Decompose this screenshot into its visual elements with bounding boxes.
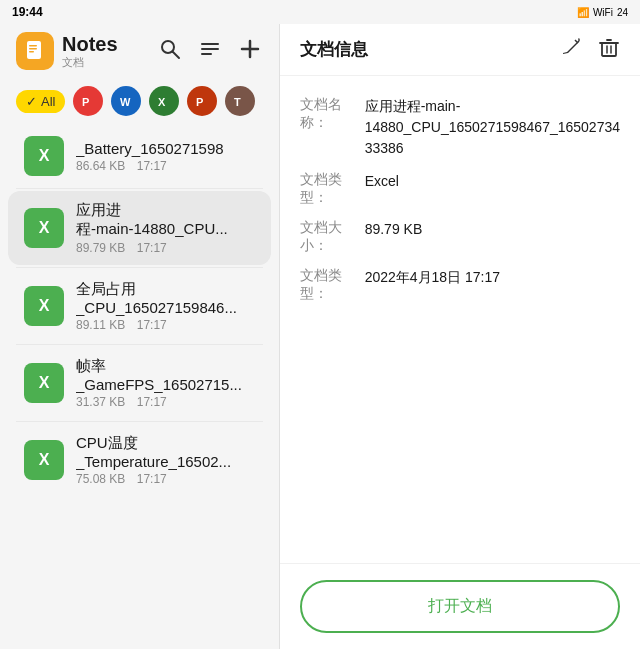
status-bar: 19:44 📶 WiFi 24 bbox=[0, 0, 640, 24]
open-btn-container: 打开文档 bbox=[280, 563, 640, 649]
file-icon-globalcpu: X bbox=[24, 286, 64, 326]
file-item-temp[interactable]: X CPU温度 _Temperature_16502... 75.08 KB 1… bbox=[8, 424, 271, 496]
filter-word[interactable]: W bbox=[111, 86, 141, 116]
app-icon bbox=[16, 32, 54, 70]
file-meta-globalcpu: 89.11 KB 17:17 bbox=[76, 318, 255, 332]
svg-rect-2 bbox=[29, 48, 37, 50]
battery-level: 24 bbox=[617, 7, 628, 18]
main-content: Notes 文档 bbox=[0, 24, 640, 649]
info-value-date: 2022年4月18日 17:17 bbox=[365, 267, 500, 303]
svg-text:T: T bbox=[234, 96, 241, 108]
divider-4 bbox=[16, 421, 263, 422]
file-name-fps-2: _GameFPS_16502715... bbox=[76, 376, 255, 393]
filter-pdf[interactable]: P bbox=[73, 86, 103, 116]
add-button[interactable] bbox=[237, 36, 263, 67]
file-item-globalcpu[interactable]: X 全局占用 _CPU_165027159846... 89.11 KB 17:… bbox=[8, 270, 271, 342]
file-size-temp: 75.08 KB bbox=[76, 472, 125, 486]
file-name-temp-2: _Temperature_16502... bbox=[76, 453, 255, 470]
filter-txt[interactable]: T bbox=[225, 86, 255, 116]
search-button[interactable] bbox=[157, 36, 183, 67]
file-info-cpu: 应用进 程-main-14880_CPU... 89.79 KB 17:17 bbox=[76, 201, 255, 255]
app-subtitle: 文档 bbox=[62, 55, 118, 70]
svg-text:P: P bbox=[196, 96, 203, 108]
file-meta-cpu: 89.79 KB 17:17 bbox=[76, 241, 255, 255]
svg-text:W: W bbox=[120, 96, 131, 108]
right-panel: 文档信息 bbox=[280, 24, 640, 649]
delete-button[interactable] bbox=[598, 36, 620, 63]
file-size-battery: 86.64 KB bbox=[76, 159, 125, 173]
file-name-battery: _Battery_1650271598 bbox=[76, 140, 255, 157]
header-actions bbox=[157, 36, 263, 67]
info-row-size: 文档大小： 89.79 KB bbox=[300, 219, 620, 255]
filter-row: ✓ All P W X P bbox=[0, 78, 279, 124]
file-info-temp: CPU温度 _Temperature_16502... 75.08 KB 17:… bbox=[76, 434, 255, 486]
doc-info-title: 文档信息 bbox=[300, 38, 368, 61]
divider-3 bbox=[16, 344, 263, 345]
filter-ppt[interactable]: P bbox=[187, 86, 217, 116]
file-icon-temp: X bbox=[24, 440, 64, 480]
svg-rect-16 bbox=[602, 43, 616, 56]
info-row-date: 文档类型： 2022年4月18日 17:17 bbox=[300, 267, 620, 303]
file-item-fps[interactable]: X 帧率 _GameFPS_16502715... 31.37 KB 17:17 bbox=[8, 347, 271, 419]
file-name-cpu-2: 程-main-14880_CPU... bbox=[76, 220, 255, 239]
svg-rect-3 bbox=[29, 51, 34, 53]
file-list: X _Battery_1650271598 86.64 KB 17:17 X 应… bbox=[0, 124, 279, 649]
app-title: Notes bbox=[62, 33, 118, 55]
file-meta-battery: 86.64 KB 17:17 bbox=[76, 159, 255, 173]
svg-rect-0 bbox=[27, 41, 41, 59]
info-row-name: 文档名称： 应用进程-main-14880_CPU_1650271598467_… bbox=[300, 96, 620, 159]
file-meta-temp: 75.08 KB 17:17 bbox=[76, 472, 255, 486]
info-value-name: 应用进程-main-14880_CPU_1650271598467_165027… bbox=[365, 96, 620, 159]
file-item-cpu[interactable]: X 应用进 程-main-14880_CPU... 89.79 KB 17:17 bbox=[8, 191, 271, 265]
file-name-temp: CPU温度 bbox=[76, 434, 255, 453]
divider-2 bbox=[16, 267, 263, 268]
check-icon: ✓ bbox=[26, 94, 37, 109]
info-label-type: 文档类型： bbox=[300, 171, 365, 207]
file-time-temp: 17:17 bbox=[137, 472, 167, 486]
svg-text:P: P bbox=[82, 96, 89, 108]
file-info-fps: 帧率 _GameFPS_16502715... 31.37 KB 17:17 bbox=[76, 357, 255, 409]
svg-line-5 bbox=[172, 51, 179, 58]
file-name-fps: 帧率 bbox=[76, 357, 255, 376]
info-label-date: 文档类型： bbox=[300, 267, 365, 303]
file-info-battery: _Battery_1650271598 86.64 KB 17:17 bbox=[76, 140, 255, 173]
doc-info-content: 文档名称： 应用进程-main-14880_CPU_1650271598467_… bbox=[280, 76, 640, 563]
file-time-globalcpu: 17:17 bbox=[137, 318, 167, 332]
status-time: 19:44 bbox=[12, 5, 43, 19]
info-row-type: 文档类型： Excel bbox=[300, 171, 620, 207]
filter-all[interactable]: ✓ All bbox=[16, 90, 65, 113]
info-value-type: Excel bbox=[365, 171, 399, 207]
divider-1 bbox=[16, 188, 263, 189]
file-name-globalcpu-2: _CPU_165027159846... bbox=[76, 299, 255, 316]
list-view-button[interactable] bbox=[197, 36, 223, 67]
left-panel: Notes 文档 bbox=[0, 24, 280, 649]
app-header: Notes 文档 bbox=[0, 24, 279, 78]
info-value-size: 89.79 KB bbox=[365, 219, 423, 255]
file-name-cpu: 应用进 bbox=[76, 201, 255, 220]
file-size-fps: 31.37 KB bbox=[76, 395, 125, 409]
svg-rect-1 bbox=[29, 45, 37, 47]
edit-button[interactable] bbox=[560, 36, 582, 63]
file-icon-fps: X bbox=[24, 363, 64, 403]
app-title-block: Notes 文档 bbox=[62, 33, 118, 70]
right-header: 文档信息 bbox=[280, 24, 640, 76]
file-name-globalcpu: 全局占用 bbox=[76, 280, 255, 299]
file-size-cpu: 89.79 KB bbox=[76, 241, 125, 255]
file-time-fps: 17:17 bbox=[137, 395, 167, 409]
file-meta-fps: 31.37 KB 17:17 bbox=[76, 395, 255, 409]
wifi-icon: WiFi bbox=[593, 7, 613, 18]
file-time-battery: 17:17 bbox=[137, 159, 167, 173]
filter-all-label: All bbox=[41, 94, 55, 109]
svg-text:X: X bbox=[158, 96, 166, 108]
open-doc-button[interactable]: 打开文档 bbox=[300, 580, 620, 633]
info-label-size: 文档大小： bbox=[300, 219, 365, 255]
status-right: 📶 WiFi 24 bbox=[577, 7, 628, 18]
file-item-battery[interactable]: X _Battery_1650271598 86.64 KB 17:17 bbox=[8, 126, 271, 186]
file-info-globalcpu: 全局占用 _CPU_165027159846... 89.11 KB 17:17 bbox=[76, 280, 255, 332]
file-icon-battery: X bbox=[24, 136, 64, 176]
filter-excel[interactable]: X bbox=[149, 86, 179, 116]
info-label-name: 文档名称： bbox=[300, 96, 365, 159]
file-icon-cpu: X bbox=[24, 208, 64, 248]
network-indicator: 📶 bbox=[577, 7, 589, 18]
file-time-cpu: 17:17 bbox=[137, 241, 167, 255]
